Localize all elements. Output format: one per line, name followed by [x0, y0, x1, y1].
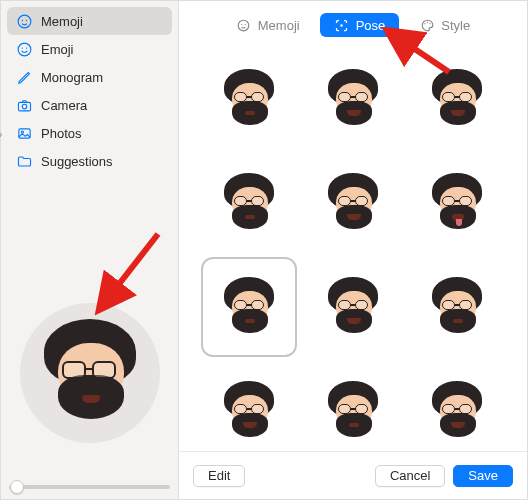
pose-cell[interactable] — [305, 49, 401, 149]
memoji-head-icon — [321, 275, 385, 339]
memoji-face-icon — [236, 17, 252, 33]
pose-grid-area — [179, 43, 527, 451]
tab-pose[interactable]: Pose — [320, 13, 400, 37]
svg-point-2 — [25, 19, 26, 20]
memoji-head-icon — [217, 67, 281, 131]
memoji-head-icon — [321, 171, 385, 235]
svg-point-3 — [18, 43, 31, 56]
sidebar-list: Memoji Emoji — [1, 1, 178, 181]
pose-cell[interactable] — [305, 153, 401, 253]
sidebar-item-suggestions[interactable]: Suggestions — [7, 147, 172, 175]
pose-cell[interactable] — [201, 257, 297, 357]
tab-label: Memoji — [258, 18, 300, 33]
svg-point-4 — [21, 47, 22, 48]
svg-rect-6 — [18, 102, 30, 111]
footer-bar: Edit Cancel Save — [179, 451, 527, 499]
sidebar-item-label: Camera — [41, 98, 87, 113]
pose-cell[interactable] — [201, 49, 297, 149]
pose-grid — [199, 49, 507, 451]
svg-point-5 — [25, 47, 26, 48]
pose-cell[interactable] — [409, 153, 505, 253]
memoji-head-icon — [425, 275, 489, 339]
pencil-icon — [15, 68, 33, 86]
memoji-head-icon — [217, 171, 281, 235]
memoji-face-icon — [15, 12, 33, 30]
sidebar-item-label: Memoji — [41, 14, 83, 29]
svg-rect-8 — [18, 128, 29, 137]
sidebar-item-label: Monogram — [41, 70, 103, 85]
sidebar-item-photos[interactable]: Photos — [7, 119, 172, 147]
memoji-head-icon — [321, 67, 385, 131]
memoji-head-icon — [321, 379, 385, 443]
memoji-preview[interactable] — [20, 303, 160, 443]
pose-cell[interactable] — [201, 153, 297, 253]
memoji-head-icon — [217, 275, 281, 339]
memoji-editor-window: Memoji Emoji — [0, 0, 528, 500]
pose-frame-icon — [334, 17, 350, 33]
sidebar-item-label: Suggestions — [41, 154, 113, 169]
svg-point-9 — [21, 130, 23, 132]
pose-cell[interactable] — [409, 361, 505, 451]
cancel-button[interactable]: Cancel — [375, 465, 445, 487]
photos-icon — [15, 124, 33, 142]
folder-icon — [15, 152, 33, 170]
svg-point-1 — [21, 19, 22, 20]
camera-icon — [15, 96, 33, 114]
tab-memoji[interactable]: Memoji — [222, 13, 314, 37]
pose-cell[interactable] — [305, 257, 401, 357]
svg-point-13 — [340, 24, 343, 27]
sidebar-item-monogram[interactable]: Monogram — [7, 63, 172, 91]
sidebar-item-memoji[interactable]: Memoji — [7, 7, 172, 35]
zoom-slider[interactable] — [9, 485, 170, 489]
svg-point-14 — [424, 23, 425, 24]
main-panel: Memoji Pose — [179, 1, 527, 499]
svg-point-0 — [18, 15, 31, 28]
sidebar-item-camera[interactable]: Camera — [7, 91, 172, 119]
svg-point-16 — [429, 23, 430, 24]
edit-button[interactable]: Edit — [193, 465, 245, 487]
emoji-smile-icon — [15, 40, 33, 58]
memoji-head-icon — [425, 379, 489, 443]
tab-bar: Memoji Pose — [179, 1, 527, 43]
svg-point-10 — [238, 20, 249, 31]
svg-point-15 — [427, 21, 428, 22]
sidebar: Memoji Emoji — [1, 1, 179, 499]
memoji-head-icon — [425, 171, 489, 235]
svg-point-12 — [245, 23, 246, 24]
tab-style[interactable]: Style — [405, 13, 484, 37]
svg-point-7 — [22, 104, 27, 109]
pose-cell[interactable] — [409, 257, 505, 357]
save-button[interactable]: Save — [453, 465, 513, 487]
svg-point-11 — [241, 23, 242, 24]
chevron-right-icon: › — [0, 129, 2, 140]
preview-area — [1, 293, 178, 499]
sidebar-item-emoji[interactable]: Emoji — [7, 35, 172, 63]
memoji-head-icon — [425, 67, 489, 131]
pose-cell[interactable] — [201, 361, 297, 451]
tab-label: Pose — [356, 18, 386, 33]
pose-cell[interactable] — [305, 361, 401, 451]
memoji-head-icon — [217, 379, 281, 443]
pose-cell[interactable] — [409, 49, 505, 149]
sidebar-item-label: Photos — [41, 126, 81, 141]
sidebar-item-label: Emoji — [41, 42, 74, 57]
tab-label: Style — [441, 18, 470, 33]
palette-icon — [419, 17, 435, 33]
